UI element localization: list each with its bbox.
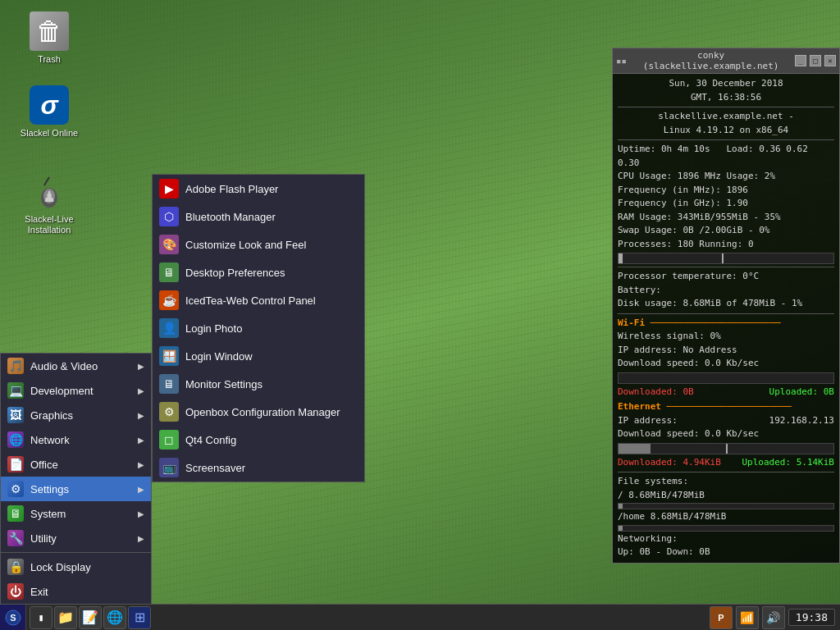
customize-label: Customize Look and Feel	[185, 239, 306, 251]
svg-text:♟: ♟	[43, 189, 56, 205]
submenu-login-photo[interactable]: 👤 Login Photo	[153, 314, 364, 342]
taskbar-app-text[interactable]: 📝	[79, 606, 102, 629]
qt4-icon: ◻	[159, 430, 179, 450]
taskbar-network-icon[interactable]: 📶	[736, 606, 759, 629]
conky-proc-temp: Processor temperature: 0°C	[618, 270, 834, 284]
slackel-live-icon-image: ♟	[30, 171, 69, 211]
desktop-prefs-icon: 🖥	[159, 262, 179, 282]
submenu-adobe-flash[interactable]: ▶ Adobe Flash Player	[153, 175, 364, 203]
svg-text:S: S	[10, 613, 16, 623]
trash-icon-image	[30, 11, 69, 51]
conky-cpu-bar	[618, 253, 834, 264]
taskbar-app-files[interactable]: 📁	[54, 606, 77, 629]
lock-display-icon: 🔒	[7, 559, 24, 575]
slackel-online-icon[interactable]: σ Slackel Online	[16, 82, 82, 142]
screensaver-icon: 📺	[159, 458, 179, 477]
taskbar-apps: ▮ 📁 📝 🌐 ⊞	[26, 606, 705, 629]
conky-time: GMT, 16:38:56	[618, 91, 834, 105]
conky-freq-ghz: Frequency (in GHz): 1.90	[618, 197, 834, 211]
system-arrow: ▶	[138, 509, 144, 518]
system-icon: 🖥	[7, 505, 24, 522]
utility-label: Utility	[30, 532, 131, 545]
conky-wifi-bar	[618, 372, 834, 384]
conky-wifi-title: Wi-Fi ────────────────────────	[618, 317, 834, 331]
conky-ram: RAM Usage: 343MiB/955MiB - 35%	[618, 211, 834, 225]
audio-video-arrow: ▶	[138, 362, 144, 371]
bluetooth-icon: ⬡	[159, 207, 179, 226]
network-arrow: ▶	[138, 436, 144, 445]
submenu-login-window[interactable]: 🪟 Login Window	[153, 342, 364, 370]
trash-icon[interactable]: Trash	[16, 8, 82, 68]
exit-label: Exit	[30, 586, 144, 598]
adobe-flash-icon: ▶	[159, 179, 179, 199]
taskbar: S ▮ 📁 📝 🌐 ⊞ P 📶 🔊 19:38	[0, 604, 840, 630]
menu-item-development[interactable]: 💻 Development ▶	[1, 378, 151, 403]
submenu-openbox[interactable]: ⚙ Openbox Configuration Manager	[153, 398, 364, 426]
start-menu: 🎵 Audio & Video ▶ 💻 Development ▶ 🖼 Grap…	[0, 353, 152, 604]
taskbar-clock: 19:38	[788, 609, 835, 626]
utility-icon: 🔧	[7, 530, 24, 546]
login-photo-label: Login Photo	[185, 322, 242, 335]
conky-wifi-transfer: Downloaded: 0B Uploaded: 0B	[618, 386, 834, 399]
taskbar-printer-icon[interactable]: P	[710, 606, 733, 629]
login-photo-icon: 👤	[159, 318, 179, 338]
conky-close-btn[interactable]: ✕	[824, 55, 836, 66]
graphics-arrow: ▶	[138, 411, 144, 420]
submenu-customize[interactable]: 🎨 Customize Look and Feel	[153, 231, 364, 258]
menu-item-exit[interactable]: ⏻ Exit	[1, 579, 151, 604]
submenu-icedtea[interactable]: ☕ IcedTea-Web Control Panel	[153, 286, 364, 314]
conky-title: conky (slackellive.example.net)	[630, 50, 792, 71]
office-icon: 📄	[7, 456, 24, 472]
menu-item-network[interactable]: 🌐 Network ▶	[1, 427, 151, 452]
submenu-qt4[interactable]: ◻ Qt4 Config	[153, 426, 364, 454]
menu-item-office[interactable]: 📄 Office ▶	[1, 452, 151, 477]
menu-separator	[1, 552, 151, 553]
conky-date: Sun, 30 December 2018	[618, 77, 834, 91]
lock-display-label: Lock Display	[30, 561, 144, 573]
icedtea-label: IcedTea-Web Control Panel	[185, 294, 316, 307]
audio-video-label: Audio & Video	[30, 360, 131, 372]
development-label: Development	[30, 385, 131, 397]
submenu-monitor-settings[interactable]: 🖥 Monitor Settings	[153, 370, 364, 398]
utility-arrow: ▶	[138, 534, 144, 543]
conky-maximize-btn[interactable]: □	[810, 55, 821, 66]
slackel-live-icon[interactable]: ♟ Slackel-Live Installation	[16, 168, 82, 239]
conky-eth-bar	[618, 443, 834, 454]
slackel-online-label: Slackel Online	[21, 128, 78, 139]
conky-wifi-signal: Wireless signal: 0%	[618, 330, 834, 344]
network-label: Network	[30, 434, 131, 446]
taskbar-app-browser[interactable]: 🌐	[103, 606, 126, 629]
menu-item-graphics[interactable]: 🖼 Graphics ▶	[1, 403, 151, 427]
submenu-bluetooth[interactable]: ⬡ Bluetooth Manager	[153, 203, 364, 231]
submenu-desktop-prefs[interactable]: 🖥 Desktop Preferences	[153, 258, 364, 286]
menu-item-system[interactable]: 🖥 System ▶	[1, 501, 151, 526]
conky-window: ▪▪ conky (slackellive.example.net) _ □ ✕…	[612, 48, 840, 564]
login-window-icon: 🪟	[159, 346, 179, 366]
settings-arrow: ▶	[138, 485, 144, 494]
taskbar-app-terminal[interactable]: ▮	[30, 606, 52, 629]
system-label: System	[30, 508, 131, 520]
conky-networking-title: Networking:	[618, 532, 834, 546]
menu-item-settings[interactable]: ⚙ Settings ▶	[1, 477, 151, 501]
submenu-screensaver[interactable]: 📺 Screensaver	[153, 454, 364, 482]
conky-battery: Battery:	[618, 284, 834, 298]
menu-item-audio-video[interactable]: 🎵 Audio & Video ▶	[1, 354, 151, 378]
trash-label: Trash	[38, 54, 61, 65]
conky-fs-root: / 8.68MiB/478MiB	[618, 489, 834, 503]
taskbar-app-misc[interactable]: ⊞	[128, 606, 151, 629]
conky-swap: Swap Usage: 0B /2.00GiB - 0%	[618, 224, 834, 238]
taskbar-volume-icon[interactable]: 🔊	[762, 606, 785, 629]
conky-minimize-btn[interactable]: _	[795, 55, 806, 66]
conky-eth-dl: Download speed: 0.0 Kb/sec	[618, 427, 834, 441]
adobe-flash-label: Adobe Flash Player	[185, 183, 278, 195]
conky-eth-transfer: Downloaded: 4.94KiB Uploaded: 5.14KiB	[618, 456, 834, 470]
conky-wifi-dl: Download speed: 0.0 Kb/sec	[618, 357, 834, 371]
office-arrow: ▶	[138, 460, 144, 469]
openbox-icon: ⚙	[159, 402, 179, 422]
qt4-label: Qt4 Config	[185, 434, 236, 446]
audio-video-icon: 🎵	[7, 358, 24, 374]
taskbar-start-button[interactable]: S	[0, 605, 26, 631]
menu-item-lock-display[interactable]: 🔒 Lock Display	[1, 555, 151, 579]
conky-fs-home-bar	[618, 525, 834, 532]
menu-item-utility[interactable]: 🔧 Utility ▶	[1, 526, 151, 550]
